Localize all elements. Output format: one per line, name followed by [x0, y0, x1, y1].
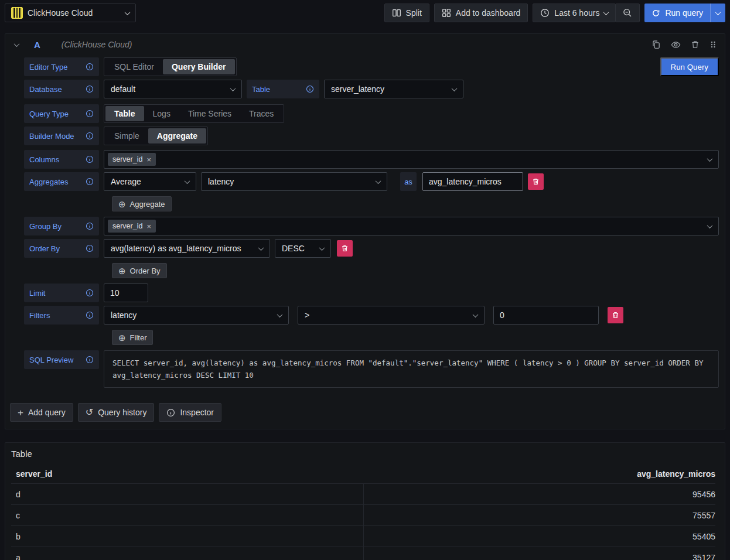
trash-icon — [612, 311, 619, 319]
trash-icon — [532, 177, 540, 186]
order-by-field-select[interactable]: avg(latency) as avg_latency_micros — [104, 239, 270, 258]
chevron-down-icon — [376, 178, 381, 184]
remove-order-by-button[interactable] — [337, 240, 353, 257]
info-icon — [306, 85, 314, 93]
collapse-chevron-icon[interactable] — [14, 41, 20, 47]
result-table: server_id avg_latency_micros d 95456 c 7… — [11, 465, 715, 560]
query-type-logs[interactable]: Logs — [144, 106, 179, 121]
group-by-multiselect[interactable]: server_id × — [104, 217, 719, 235]
info-icon — [86, 63, 94, 71]
builder-mode-aggregate[interactable]: Aggregate — [148, 128, 206, 144]
drag-handle-icon[interactable] — [709, 40, 717, 49]
run-query-inline-button[interactable]: Run Query — [660, 57, 719, 76]
sql-preview-label: SQL Preview — [24, 350, 99, 369]
chevron-down-icon — [230, 86, 236, 91]
plus-circle-icon: ⊕ — [118, 200, 126, 209]
result-panel-title: Table — [5, 448, 725, 465]
split-button[interactable]: Split — [384, 4, 429, 22]
filter-operator-select[interactable]: > — [298, 306, 485, 325]
run-query-split-button[interactable]: Run query — [644, 4, 725, 22]
table-label: Table — [247, 80, 319, 98]
result-table-header: server_id avg_latency_micros — [11, 465, 715, 483]
remove-tag-icon[interactable]: × — [146, 223, 151, 230]
builder-mode-label: Builder Mode — [24, 127, 99, 145]
info-icon — [86, 85, 94, 93]
run-query-caret[interactable] — [710, 4, 725, 22]
datasource-name: ClickHouse Cloud — [28, 8, 121, 18]
duplicate-query-icon[interactable] — [651, 40, 661, 49]
database-label: Database — [24, 80, 99, 98]
limit-label: Limit — [24, 284, 99, 302]
filters-label: Filters — [24, 306, 99, 325]
builder-mode-simple[interactable]: Simple — [105, 128, 148, 144]
table-row: a 35127 — [11, 547, 715, 560]
query-datasource-hint: (ClickHouse Cloud) — [62, 40, 132, 49]
add-order-by-button[interactable]: ⊕ Order By — [112, 263, 167, 278]
database-select[interactable]: default — [104, 80, 242, 98]
inspector-button[interactable]: Inspector — [159, 403, 221, 422]
aggregate-function-select[interactable]: Average — [104, 172, 196, 191]
add-aggregate-button[interactable]: ⊕ Aggregate — [112, 196, 172, 211]
column-header-server-id[interactable]: server_id — [11, 469, 363, 479]
columns-label: Columns — [24, 150, 99, 169]
info-icon — [86, 177, 94, 186]
hide-response-eye-icon[interactable] — [671, 40, 681, 50]
filter-field-select[interactable]: latency — [104, 306, 289, 325]
aggregate-column-select[interactable]: latency — [201, 172, 387, 191]
add-query-button[interactable]: + Add query — [10, 403, 73, 422]
query-type-table[interactable]: Table — [105, 106, 144, 121]
remove-query-trash-icon[interactable] — [691, 40, 700, 49]
time-range-picker[interactable]: Last 6 hours — [533, 4, 616, 22]
query-ref-id: A — [34, 40, 40, 50]
order-by-direction-select[interactable]: DESC — [275, 239, 331, 258]
query-type-time-series[interactable]: Time Series — [179, 106, 240, 121]
aggregate-alias-input[interactable] — [422, 172, 523, 191]
table-select[interactable]: server_latency — [324, 80, 463, 98]
remove-tag-icon[interactable]: × — [146, 156, 151, 163]
query-history-button[interactable]: ↺ Query history — [78, 403, 155, 422]
zoom-out-time-button[interactable] — [615, 4, 640, 22]
info-icon — [86, 289, 94, 297]
add-to-dashboard-button[interactable]: Add to dashboard — [434, 4, 528, 22]
chevron-down-icon — [603, 9, 609, 15]
chevron-down-icon — [707, 223, 713, 228]
table-row: d 95456 — [11, 483, 715, 504]
editor-type-sql-editor[interactable]: SQL Editor — [105, 59, 163, 74]
plus-circle-icon: ⊕ — [118, 333, 126, 342]
info-icon — [86, 244, 94, 252]
info-icon — [86, 155, 94, 163]
clock-icon — [540, 8, 550, 18]
remove-aggregate-button[interactable] — [528, 173, 544, 190]
chevron-down-icon — [125, 9, 131, 15]
filter-value-input[interactable] — [493, 306, 599, 325]
limit-input[interactable] — [104, 284, 148, 302]
columns-tag-server-id: server_id × — [108, 153, 156, 166]
trash-icon — [341, 244, 349, 252]
clickhouse-logo-icon — [11, 7, 23, 19]
sql-preview-code: SELECT server_id, avg(latency) as avg_la… — [104, 350, 719, 388]
group-by-label: Group By — [24, 217, 99, 235]
columns-multiselect[interactable]: server_id × — [104, 150, 719, 169]
split-icon — [392, 8, 401, 18]
editor-type-label: Editor Type — [24, 57, 99, 76]
remove-filter-button[interactable] — [608, 307, 623, 323]
group-by-tag-server-id: server_id × — [108, 220, 156, 233]
info-icon — [86, 222, 94, 230]
chevron-down-icon — [452, 86, 458, 91]
zoom-out-icon — [623, 8, 632, 18]
query-type-switch: Table Logs Time Series Traces — [104, 104, 284, 123]
plus-circle-icon: ⊕ — [118, 267, 126, 275]
chevron-down-icon — [707, 156, 713, 162]
query-type-traces[interactable]: Traces — [240, 106, 282, 121]
add-filter-button[interactable]: ⊕ Filter — [112, 330, 153, 345]
chevron-down-icon — [715, 9, 721, 15]
editor-type-query-builder[interactable]: Query Builder — [163, 59, 235, 74]
info-icon — [86, 132, 94, 140]
query-editor-panel: A (ClickHouse Cloud) — [5, 33, 725, 429]
datasource-picker[interactable]: ClickHouse Cloud — [5, 4, 136, 22]
info-circle-icon — [166, 408, 175, 417]
info-icon — [86, 311, 94, 319]
builder-mode-switch: Simple Aggregate — [104, 127, 208, 145]
history-icon: ↺ — [86, 408, 93, 417]
column-header-avg-latency-micros[interactable]: avg_latency_micros — [363, 469, 715, 479]
